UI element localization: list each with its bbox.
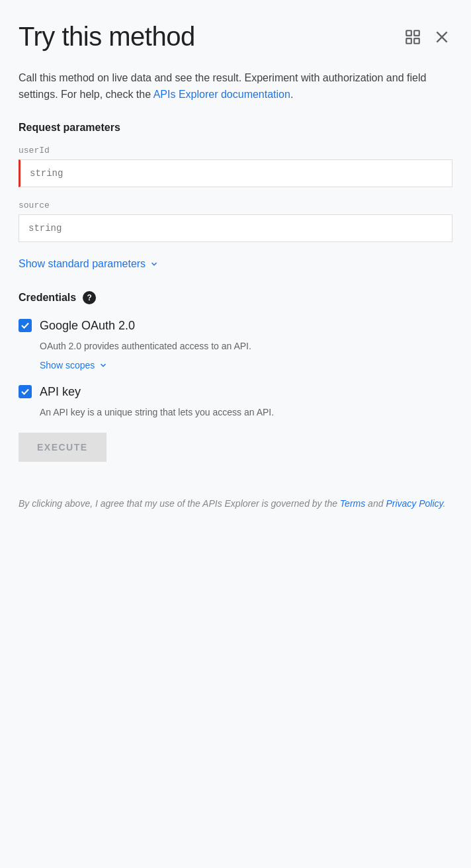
api-key-checkbox[interactable] bbox=[19, 385, 32, 398]
checkmark-icon-2 bbox=[21, 387, 30, 396]
show-scopes-button[interactable]: Show scopes bbox=[40, 359, 108, 372]
privacy-link[interactable]: Privacy Policy bbox=[386, 498, 443, 509]
google-oauth-row: Google OAuth 2.0 bbox=[19, 319, 452, 333]
api-key-credential: API key An API key is a unique string th… bbox=[19, 385, 452, 419]
checkmark-icon bbox=[21, 321, 30, 330]
show-standard-params-label: Show standard parameters bbox=[19, 258, 146, 270]
request-parameters-section: Request parameters userId source bbox=[19, 122, 452, 242]
google-oauth-credential: Google OAuth 2.0 OAuth 2.0 provides auth… bbox=[19, 319, 452, 372]
show-standard-params-button[interactable]: Show standard parameters bbox=[19, 255, 159, 273]
source-field-group: source bbox=[19, 200, 452, 242]
apis-explorer-link[interactable]: APIs Explorer documentation bbox=[153, 89, 290, 100]
header-icons bbox=[402, 26, 452, 48]
api-key-description: An API key is a unique string that lets … bbox=[40, 406, 452, 419]
google-oauth-description: OAuth 2.0 provides authenticated access … bbox=[40, 339, 452, 353]
api-key-name: API key bbox=[40, 385, 81, 399]
execute-section: EXECUTE bbox=[19, 433, 452, 480]
expand-button[interactable] bbox=[402, 26, 423, 48]
source-input[interactable] bbox=[19, 214, 452, 242]
description-text: Call this method on live data and see th… bbox=[19, 70, 452, 103]
credentials-title: Credentials bbox=[19, 292, 76, 304]
userid-input[interactable] bbox=[19, 159, 452, 187]
google-oauth-checkbox[interactable] bbox=[19, 319, 32, 332]
try-method-panel: Try this method Call this method on live… bbox=[0, 0, 471, 868]
execute-button[interactable]: EXECUTE bbox=[19, 433, 107, 462]
google-oauth-name: Google OAuth 2.0 bbox=[40, 319, 135, 333]
credentials-help-icon[interactable]: ? bbox=[83, 291, 96, 304]
svg-rect-2 bbox=[406, 38, 411, 44]
credentials-header: Credentials ? bbox=[19, 291, 452, 304]
scopes-chevron-icon bbox=[99, 361, 108, 370]
request-parameters-title: Request parameters bbox=[19, 122, 452, 134]
show-scopes-label: Show scopes bbox=[40, 360, 95, 370]
userid-label: userId bbox=[19, 146, 452, 155]
svg-rect-3 bbox=[414, 38, 419, 44]
panel-header: Try this method bbox=[19, 21, 452, 52]
close-icon bbox=[433, 28, 450, 46]
footer-text: By clicking above, I agree that my use o… bbox=[19, 496, 452, 511]
chevron-down-icon bbox=[150, 259, 159, 269]
api-key-row: API key bbox=[19, 385, 452, 399]
terms-link[interactable]: Terms bbox=[340, 498, 365, 509]
panel-title: Try this method bbox=[19, 21, 195, 52]
svg-rect-1 bbox=[414, 30, 419, 36]
credentials-section: Credentials ? Google OAuth 2.0 OAuth 2.0… bbox=[19, 291, 452, 419]
close-button[interactable] bbox=[431, 26, 452, 48]
svg-rect-0 bbox=[406, 30, 411, 36]
userid-field-group: userId bbox=[19, 146, 452, 187]
expand-icon bbox=[404, 28, 421, 46]
source-label: source bbox=[19, 200, 452, 210]
